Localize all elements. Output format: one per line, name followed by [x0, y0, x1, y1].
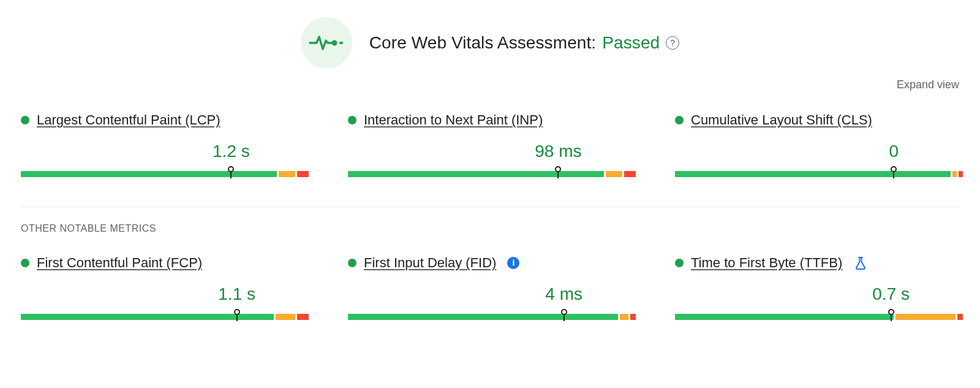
status-dot [21, 259, 29, 267]
metric-value: 1.1 s [218, 284, 255, 304]
metric-name-link[interactable]: Interaction to Next Paint (INP) [364, 112, 543, 128]
flask-icon[interactable] [854, 256, 867, 270]
metric-value: 4 ms [545, 284, 582, 304]
other-metrics-label: OTHER NOTABLE METRICS [21, 223, 959, 234]
status-dot [675, 116, 684, 124]
metric-lcp: Largest Contentful Paint (LCP) 1.2 s [21, 112, 305, 182]
metric-value: 1.2 s [213, 142, 250, 161]
metric-fcp: First Contentful Paint (FCP) 1.1 s [21, 255, 305, 325]
metric-fid: First Input Delay (FID) i 4 ms [348, 255, 632, 325]
metric-cls: Cumulative Layout Shift (CLS) 0 [675, 112, 959, 182]
help-icon[interactable]: ? [666, 36, 679, 50]
distribution-bar [21, 171, 305, 182]
assessment-title: Core Web Vitals Assessment: [369, 33, 597, 53]
metric-value: 0.7 s [872, 284, 910, 304]
distribution-bar [348, 314, 632, 325]
metric-value: 98 ms [535, 142, 581, 161]
distribution-bar [21, 314, 305, 325]
expand-view-link[interactable]: Expand view [897, 78, 959, 91]
status-dot [675, 259, 684, 267]
info-icon[interactable]: i [507, 257, 519, 269]
status-dot [21, 116, 29, 124]
distribution-bar [348, 171, 632, 182]
pulse-icon [301, 17, 352, 69]
metric-value: 0 [889, 142, 899, 161]
distribution-bar [675, 171, 959, 182]
svg-rect-1 [339, 42, 343, 44]
metric-name-link[interactable]: Cumulative Layout Shift (CLS) [691, 112, 872, 128]
assessment-status: Passed [602, 33, 660, 53]
metric-name-link[interactable]: Largest Contentful Paint (LCP) [37, 112, 221, 128]
section-divider [21, 207, 959, 207]
metric-name-link[interactable]: First Input Delay (FID) [364, 255, 496, 271]
metric-ttfb: Time to First Byte (TTFB) 0.7 s [675, 255, 959, 325]
distribution-bar [675, 314, 959, 325]
svg-point-0 [331, 40, 337, 46]
assessment-header: Core Web Vitals Assessment: Passed ? [21, 18, 959, 67]
status-dot [348, 259, 356, 267]
metric-name-link[interactable]: First Contentful Paint (FCP) [37, 255, 202, 271]
metric-inp: Interaction to Next Paint (INP) 98 ms [348, 112, 632, 182]
metric-name-link[interactable]: Time to First Byte (TTFB) [691, 255, 842, 271]
status-dot [348, 116, 356, 124]
